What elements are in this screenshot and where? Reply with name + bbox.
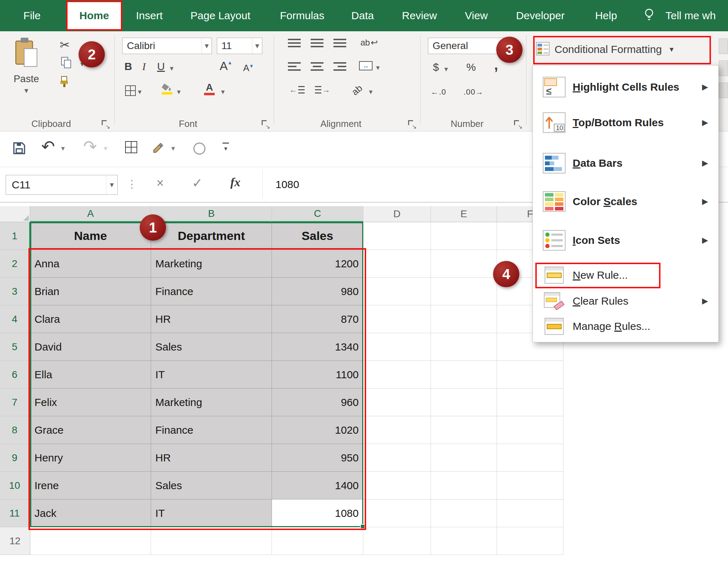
cell-E2[interactable] (431, 250, 497, 278)
cell-B9[interactable]: HR (151, 444, 272, 472)
row-header-12[interactable]: 12 (0, 527, 30, 555)
decrease-indent-icon[interactable]: ← (289, 85, 305, 95)
font-color-dropdown-icon[interactable]: ▾ (221, 87, 225, 96)
wrap-text-icon[interactable]: ab↩ (360, 38, 378, 48)
font-size-dropdown-icon[interactable]: ▾ (252, 38, 262, 54)
cell-E1[interactable] (431, 222, 497, 250)
cell-E9[interactable] (431, 444, 497, 472)
row-header-5[interactable]: 5 (0, 333, 30, 361)
tab-data[interactable]: Data (341, 0, 384, 31)
cf-menu-item-data-bars[interactable]: Data Bars ▶ (534, 145, 718, 181)
fill-color-dropdown-icon[interactable]: ▾ (177, 87, 181, 96)
name-box[interactable]: C11 ▾ (6, 175, 118, 195)
cell-C3[interactable]: 980 (272, 278, 363, 305)
cell-D8[interactable] (363, 416, 431, 444)
cell-C9[interactable]: 950 (272, 444, 363, 472)
column-header-C[interactable]: C (272, 206, 363, 222)
underline-dropdown-icon[interactable]: ▾ (170, 64, 173, 73)
cell-E3[interactable] (431, 278, 497, 305)
formula-bar-resizer[interactable]: ⋮ (127, 178, 137, 190)
row-header-2[interactable]: 2 (0, 250, 30, 278)
shape-circle-button[interactable] (193, 143, 205, 155)
cell-D12[interactable] (363, 527, 431, 555)
cell-A8[interactable]: Grace (30, 416, 151, 444)
enter-icon[interactable]: ✓ (192, 176, 203, 191)
cell-F8[interactable] (497, 416, 563, 444)
cell-A4[interactable]: Clara (30, 305, 151, 333)
cell-E11[interactable] (431, 499, 497, 527)
insert-function-icon[interactable]: fx (230, 176, 240, 189)
cf-menu-item-color-scales[interactable]: Color Scales ▶ (534, 183, 718, 220)
tell-me-box[interactable]: Tell me wh (665, 0, 728, 31)
pencil-dropdown-icon[interactable]: ▾ (171, 144, 175, 153)
cell-E4[interactable] (431, 305, 497, 333)
merge-center-icon[interactable]: ↔ (359, 61, 373, 70)
tab-review[interactable]: Review (395, 0, 444, 31)
cell-B12[interactable] (151, 527, 272, 555)
cell-A6[interactable]: Ella (30, 361, 151, 389)
cf-menu-item-top-bottom-rules[interactable]: 10 Top/Bottom Rules ▶ (534, 105, 718, 140)
cell-A2[interactable]: Anna (30, 250, 151, 278)
column-header-B[interactable]: B (151, 206, 272, 222)
cell-C6[interactable]: 1100 (272, 361, 363, 389)
row-header-11[interactable]: 11 (0, 499, 30, 527)
cell-A11[interactable]: Jack (30, 499, 151, 527)
cell-B4[interactable]: HR (151, 305, 272, 333)
borders-dropdown-icon[interactable]: ▾ (138, 87, 141, 96)
cell-E8[interactable] (431, 416, 497, 444)
cell-C1[interactable]: Sales (272, 222, 363, 250)
cell-A1[interactable]: Name (30, 222, 151, 250)
cell-B5[interactable]: Sales (151, 333, 272, 361)
column-header-A[interactable]: A (30, 206, 151, 222)
cell-C7[interactable]: 960 (272, 389, 363, 416)
cell-B1[interactable]: Department (151, 222, 272, 250)
tab-page-layout[interactable]: Page Layout (181, 0, 259, 31)
cell-D3[interactable] (363, 278, 431, 305)
save-button[interactable] (12, 141, 26, 155)
tab-insert[interactable]: Insert (128, 0, 171, 31)
cf-menu-item-icon-sets[interactable]: Icon Sets ▶ (534, 223, 718, 257)
align-center-icon[interactable] (311, 61, 323, 72)
tab-help[interactable]: Help (587, 0, 626, 31)
font-size-combo[interactable]: 11 ▾ (217, 38, 262, 54)
cell-D10[interactable] (363, 472, 431, 499)
align-left-icon[interactable] (288, 61, 301, 72)
font-color-icon[interactable]: A (204, 82, 215, 95)
cut-icon[interactable]: ✂ (60, 38, 70, 52)
cell-C12[interactable] (272, 527, 363, 555)
orientation-dropdown-icon[interactable]: ▾ (369, 87, 373, 96)
column-header-D[interactable]: D (363, 206, 431, 222)
font-name-combo[interactable]: Calibri ▾ (122, 38, 212, 54)
align-right-icon[interactable] (333, 61, 346, 72)
row-header-3[interactable]: 3 (0, 278, 30, 305)
alignment-dialog-launcher-icon[interactable] (408, 120, 416, 128)
cell-E5[interactable] (431, 333, 497, 361)
cell-F9[interactable] (497, 444, 563, 472)
cell-B8[interactable]: Finance (151, 416, 272, 444)
font-dialog-launcher-icon[interactable] (262, 120, 269, 128)
increase-decimal-button[interactable]: ←.0 (431, 87, 446, 97)
cf-menu-item-highlight-cells-rules[interactable]: ≤ Highlight Cells Rules ▶ (534, 69, 718, 105)
qat-overflow-button[interactable]: ▾ (223, 143, 229, 153)
increase-indent-icon[interactable]: → (315, 85, 330, 95)
row-header-1[interactable]: 1 (0, 222, 30, 250)
cf-menu-item-clear-rules[interactable]: Clear Rules ▶ (534, 289, 718, 314)
undo-dropdown-icon[interactable]: ▾ (61, 144, 65, 153)
align-top-icon[interactable] (288, 38, 301, 48)
merge-dropdown-icon[interactable]: ▾ (376, 63, 380, 72)
percent-style-button[interactable]: % (466, 61, 476, 73)
tab-developer[interactable]: Developer (505, 0, 576, 31)
column-header-E[interactable]: E (431, 206, 497, 222)
cell-C10[interactable]: 1400 (272, 472, 363, 499)
underline-button[interactable]: U (157, 60, 165, 73)
cell-F6[interactable] (497, 361, 563, 389)
tab-formulas[interactable]: Formulas (272, 0, 332, 31)
align-middle-icon[interactable] (311, 38, 323, 48)
cell-D2[interactable] (363, 250, 431, 278)
cell-D9[interactable] (363, 444, 431, 472)
fill-color-icon[interactable] (161, 83, 173, 95)
cell-A12[interactable] (30, 527, 151, 555)
redo-button[interactable]: ↷ (83, 137, 97, 156)
redo-dropdown-icon[interactable]: ▾ (104, 144, 107, 153)
cell-B7[interactable]: Marketing (151, 389, 272, 416)
